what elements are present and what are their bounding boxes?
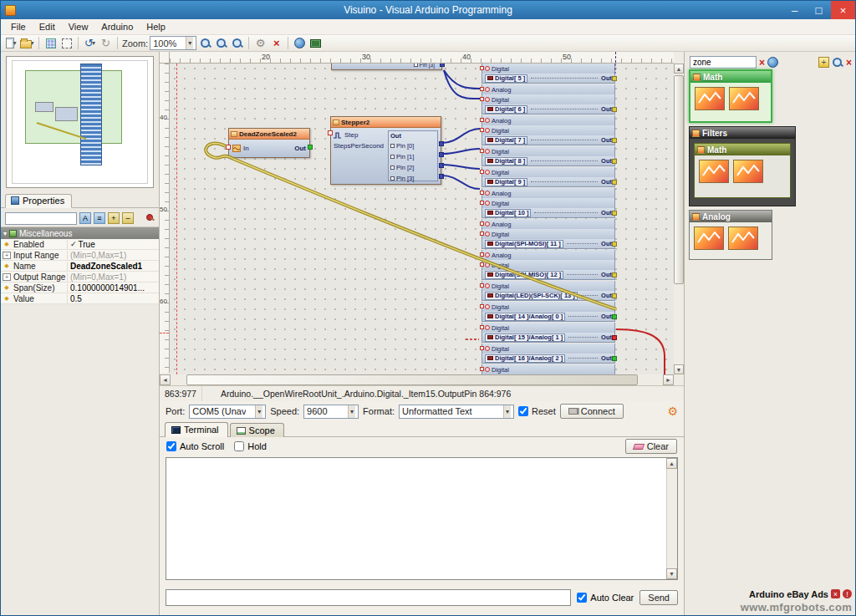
- terminal-output[interactable]: ▲ ▼: [166, 457, 678, 580]
- output-pin-connector[interactable]: [439, 152, 444, 157]
- port-select[interactable]: COM5 (Unav▾: [189, 405, 266, 419]
- property-row[interactable]: Output Range ✓(Min=0,Max=1): [1, 272, 159, 283]
- arduino-pin-row[interactable]: Digital(SPI-MOSI)[ 11 ] Digital(SPI-MOSI…: [482, 239, 615, 249]
- property-row[interactable]: Input Range ✓(Min=0,Max=1): [1, 250, 159, 261]
- zoom-in-button[interactable]: [198, 36, 212, 50]
- input-pin-connector[interactable]: [480, 170, 484, 174]
- input-pin-connector[interactable]: [226, 145, 231, 150]
- input-pin-connector[interactable]: [480, 191, 484, 195]
- palette-category-math[interactable]: Math: [689, 69, 772, 123]
- arduino-pin-row[interactable]: Digital[ 9 ] Digital[ 9 ] Out: [482, 177, 615, 187]
- scroll-up-button[interactable]: ▲: [666, 458, 677, 469]
- arduino-pin-row[interactable]: Digital Digital: [482, 281, 615, 291]
- menu-item[interactable]: Help: [140, 20, 172, 33]
- property-value[interactable]: ✓0.5: [68, 294, 159, 303]
- block-stepper1-partial[interactable]: Pin [3]: [331, 64, 442, 70]
- arduino-pin-row[interactable]: Analog Analog: [482, 188, 615, 198]
- autoclear-checkbox-input[interactable]: [577, 593, 587, 603]
- input-pin-connector[interactable]: [480, 97, 484, 101]
- property-row[interactable]: Value ✓0.5: [1, 293, 159, 304]
- scroll-down-button[interactable]: ▼: [674, 364, 684, 374]
- input-pin-connector[interactable]: [480, 87, 484, 91]
- arduino-pin-row[interactable]: Digital[ 6 ] Digital[ 6 ] Out: [482, 104, 615, 115]
- new-project-button[interactable]: ▾: [4, 36, 18, 50]
- open-project-button[interactable]: ▾: [20, 36, 34, 50]
- input-pin-connector[interactable]: [480, 346, 484, 350]
- tab-properties[interactable]: Properties: [5, 194, 72, 208]
- tab-scope[interactable]: Scope: [230, 423, 284, 437]
- palette-category-filters[interactable]: Filters Math: [689, 126, 796, 206]
- arduino-pin-row[interactable]: Digital[ 14 ]/Analog[ 0 ] Digital[ 14 ]/…: [482, 312, 615, 322]
- output-pin-connector[interactable]: [439, 174, 444, 179]
- property-row[interactable]: Enabled ✓True: [1, 239, 159, 250]
- reset-checkbox[interactable]: Reset: [518, 406, 556, 416]
- property-row[interactable]: Name ✓DeadZoneScaled1: [1, 261, 159, 272]
- arduino-pin-row[interactable]: Digital(LED)(SPI-SCK)[ 13 ] Digital(LED)…: [482, 291, 615, 301]
- design-canvas[interactable]: Pin [3] DeadZoneScaled2 In Out: [170, 64, 674, 374]
- output-pin-connector[interactable]: [308, 145, 313, 150]
- output-pin-connector[interactable]: [612, 335, 617, 340]
- send-input[interactable]: [166, 589, 571, 606]
- component-icon[interactable]: [729, 87, 759, 110]
- input-pin-connector[interactable]: [480, 66, 484, 70]
- arduino-pin-column[interactable]: Digital Digital Digital[ 5 ] Digital[ 5 …: [482, 64, 615, 374]
- expand-all-icon[interactable]: +: [108, 212, 120, 224]
- input-pin-connector[interactable]: [480, 232, 484, 236]
- output-pin-connector[interactable]: [612, 272, 617, 277]
- component-search-input[interactable]: [690, 56, 757, 69]
- palette-category-analog[interactable]: Analog: [689, 210, 772, 260]
- redo-button[interactable]: ↻: [99, 36, 113, 50]
- arduino-pin-row[interactable]: Digital Digital: [482, 302, 615, 312]
- terminal-scrollbar[interactable]: ▲ ▼: [666, 458, 677, 579]
- menu-item[interactable]: Edit: [33, 20, 62, 33]
- arduino-pin-row[interactable]: Digital[ 7 ] Digital[ 7 ] Out: [482, 135, 615, 145]
- category-header[interactable]: Filters: [690, 127, 795, 139]
- arduino-pin-row[interactable]: Digital Digital: [482, 94, 615, 104]
- hold-checkbox[interactable]: Hold: [234, 441, 267, 451]
- output-pin-connector[interactable]: [612, 242, 617, 247]
- component-icon[interactable]: [699, 160, 729, 183]
- speed-select[interactable]: 9600▾: [303, 405, 359, 419]
- output-pin-connector[interactable]: [612, 107, 617, 112]
- send-button[interactable]: Send: [639, 590, 678, 605]
- component-icon[interactable]: [728, 227, 758, 250]
- property-category-row[interactable]: ▾ Miscellaneous: [1, 227, 159, 239]
- output-pin-connector[interactable]: [612, 138, 617, 143]
- input-pin-connector[interactable]: [480, 252, 484, 257]
- block-header[interactable]: DeadZoneScaled2: [229, 129, 309, 140]
- arduino-pin-row[interactable]: Analog Analog: [482, 84, 615, 94]
- output-pin-connector[interactable]: [612, 211, 617, 216]
- output-pin-connector[interactable]: [440, 64, 445, 67]
- output-pin-connector[interactable]: [612, 180, 617, 185]
- settings-button[interactable]: ⚙: [253, 36, 268, 50]
- clear-search-icon[interactable]: ×: [759, 57, 765, 69]
- property-filter-input[interactable]: [5, 212, 77, 225]
- output-pin-connector[interactable]: [612, 356, 617, 361]
- collapse-all-icon[interactable]: –: [122, 212, 134, 224]
- input-pin-connector[interactable]: [480, 304, 484, 308]
- block-header[interactable]: Stepper2: [331, 117, 441, 128]
- hold-checkbox-input[interactable]: [234, 441, 244, 451]
- input-pin-connector[interactable]: [480, 201, 484, 205]
- clear-button[interactable]: Clear: [625, 439, 677, 454]
- close-palette-icon[interactable]: ×: [846, 57, 852, 69]
- input-pin-connector[interactable]: [328, 130, 333, 135]
- input-pin-connector[interactable]: [480, 325, 484, 329]
- arduino-pin-row[interactable]: Digital Digital: [482, 364, 615, 374]
- upload-to-board-button[interactable]: [308, 36, 323, 50]
- scroll-down-button[interactable]: ▼: [666, 568, 677, 579]
- arduino-pin-row[interactable]: Digital[ 5 ] Digital[ 5 ] Out: [482, 74, 615, 84]
- close-ad-icon[interactable]: ×: [831, 589, 840, 598]
- arduino-pin-row[interactable]: Digital Digital: [482, 64, 615, 74]
- tab-terminal[interactable]: Terminal: [165, 422, 228, 437]
- delete-button[interactable]: ×: [269, 36, 283, 50]
- input-pin-connector[interactable]: [480, 118, 484, 122]
- canvas-horizontal-scrollbar[interactable]: ◄ ►: [160, 374, 674, 385]
- output-pin-row[interactable]: Pin [2]: [389, 162, 437, 173]
- add-component-icon[interactable]: +: [818, 57, 829, 68]
- component-icon[interactable]: [733, 160, 763, 183]
- zoom-fit-button[interactable]: [230, 36, 244, 50]
- scrollbar-thumb[interactable]: [186, 374, 638, 385]
- autoscroll-checkbox-input[interactable]: [166, 441, 176, 451]
- configure-connection-icon[interactable]: ⚙: [667, 405, 678, 418]
